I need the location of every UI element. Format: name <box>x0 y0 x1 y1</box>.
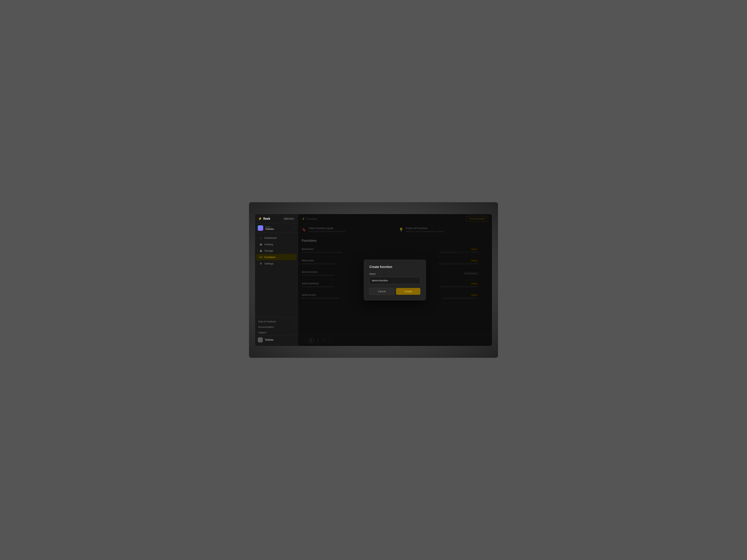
project-name: Tobiloba <box>265 228 291 231</box>
user-chevron-icon: › <box>294 339 295 341</box>
create-button[interactable]: Create <box>396 288 420 295</box>
sidebar-item-settings[interactable]: ⚙ Settings <box>256 260 297 267</box>
screen-wrapper: ⚡ fleek Beta v4 0.4 Project Tobiloba ⌄ ⌂… <box>249 202 498 358</box>
project-label: Project <box>265 226 291 228</box>
chevron-down-icon: ⌄ <box>293 227 295 230</box>
sidebar-item-storage[interactable]: ▣ Storage <box>256 247 297 254</box>
fleek-logo: ⚡ fleek <box>258 217 270 220</box>
chevron-right-icon: › <box>294 321 294 323</box>
footer-help-label: Help & Feedback <box>258 320 276 323</box>
beta-badge: Beta v4 0.4 <box>283 217 294 220</box>
modal-overlay: Create function Name Cancel Create <box>298 214 492 346</box>
sidebar-item-label: Settings <box>264 262 274 265</box>
project-info: Project Tobiloba <box>265 226 291 231</box>
user-row[interactable]: Tobiloba › <box>255 335 298 344</box>
user-avatar <box>258 337 263 342</box>
sidebar-item-label: Dashboard <box>264 236 277 239</box>
cancel-button[interactable]: Cancel <box>369 288 394 295</box>
chevron-right-icon: › <box>294 326 294 328</box>
functions-icon: </> <box>259 256 262 259</box>
sidebar-item-hosting[interactable]: ▣ Hosting <box>256 241 297 247</box>
chevron-right-icon: › <box>294 331 294 334</box>
project-selector[interactable]: Project Tobiloba ⌄ <box>255 223 298 233</box>
settings-icon: ⚙ <box>259 262 262 265</box>
function-name-input[interactable] <box>369 277 420 284</box>
user-name: Tobiloba <box>265 339 292 341</box>
footer-docs[interactable]: Documentation › <box>255 324 298 330</box>
nav-section: ⌂ Dashboard ▣ Hosting ▣ Storage </> Func… <box>255 233 298 317</box>
create-function-modal: Create function Name Cancel Create <box>364 260 426 300</box>
app-window: ⚡ fleek Beta v4 0.4 Project Tobiloba ⌄ ⌂… <box>255 214 492 346</box>
sidebar-item-functions[interactable]: </> Functions <box>256 254 297 260</box>
sidebar-item-label: Storage <box>264 249 273 252</box>
name-label: Name <box>369 273 420 275</box>
footer-support-label: Support <box>258 331 266 334</box>
sidebar-footer: Help & Feedback › Documentation › Suppor… <box>255 317 298 346</box>
app-name: fleek <box>263 217 270 220</box>
footer-support[interactable]: Support › <box>255 330 298 335</box>
modal-actions: Cancel Create <box>369 288 420 295</box>
sidebar-item-label: Hosting <box>264 243 273 246</box>
footer-help[interactable]: Help & Feedback › <box>255 319 298 324</box>
footer-docs-label: Documentation <box>258 326 274 328</box>
hosting-icon: ▣ <box>259 243 262 246</box>
dashboard-icon: ⌂ <box>259 236 262 239</box>
storage-icon: ▣ <box>259 249 262 252</box>
sidebar: ⚡ fleek Beta v4 0.4 Project Tobiloba ⌄ ⌂… <box>255 214 298 346</box>
sidebar-item-dashboard[interactable]: ⌂ Dashboard <box>256 235 297 241</box>
sidebar-header: ⚡ fleek Beta v4 0.4 <box>255 214 298 223</box>
sidebar-item-label: Functions <box>264 256 275 259</box>
project-avatar <box>258 225 263 231</box>
main-content: ⚡ Functions Create function 🔖 Fleek Func… <box>298 214 492 346</box>
modal-title: Create function <box>369 265 420 269</box>
bolt-icon: ⚡ <box>258 217 262 220</box>
